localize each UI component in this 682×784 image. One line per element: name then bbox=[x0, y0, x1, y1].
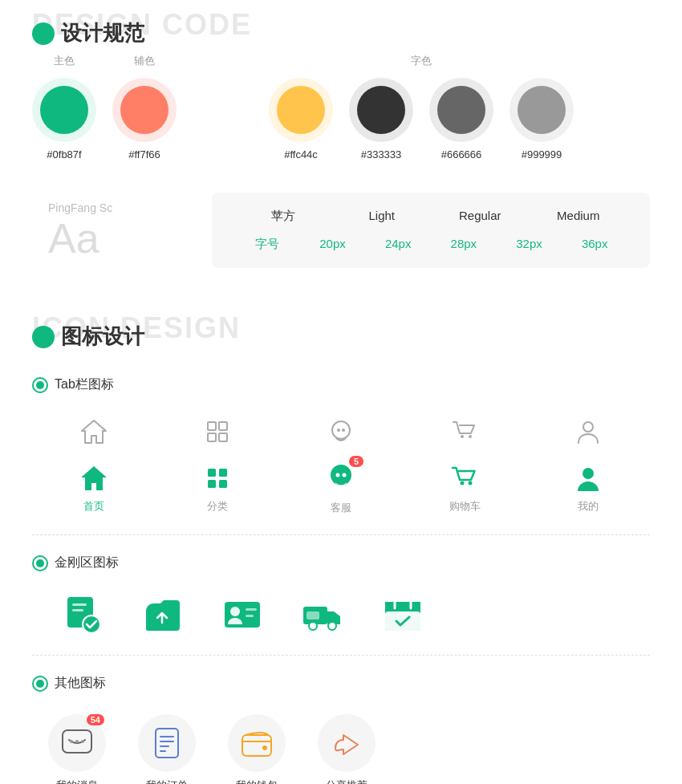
profile-icon-inactive bbox=[572, 416, 604, 448]
svg-point-5 bbox=[337, 429, 340, 432]
message-badge-wrap: 54 bbox=[59, 724, 95, 762]
svg-point-7 bbox=[461, 435, 464, 438]
diamond-radio bbox=[32, 555, 48, 571]
diamond-category: 金刚区图标 bbox=[32, 554, 650, 648]
design-code-body: 主色 #0fb87f 辅色 #ff7f66 字色 bbox=[0, 54, 682, 290]
tab-icons-inactive-row bbox=[32, 409, 650, 454]
tab-bar-label: Tab栏图标 bbox=[55, 376, 114, 393]
color-item-1: #ff7f66 bbox=[112, 78, 177, 160]
tab-icons-active-row: 首页 分类 bbox=[32, 454, 650, 522]
svg-rect-1 bbox=[219, 422, 227, 430]
tab-profile-active: 我的 bbox=[556, 462, 620, 514]
svg-rect-13 bbox=[219, 480, 227, 488]
order-icon bbox=[149, 725, 185, 761]
tab-home-active: 首页 bbox=[62, 462, 126, 514]
svg-point-51 bbox=[262, 745, 267, 750]
tab-service-inactive bbox=[309, 416, 373, 448]
svg-rect-3 bbox=[219, 433, 227, 441]
svg-point-44 bbox=[81, 740, 84, 743]
icon-section-body: Tab栏图标 bbox=[0, 376, 682, 784]
tab-profile-label: 我的 bbox=[578, 499, 599, 514]
tab-bar-radio bbox=[32, 377, 48, 393]
font-name: PingFang Sc bbox=[48, 201, 112, 214]
home-icon-active bbox=[78, 462, 110, 494]
diamond-checklist bbox=[58, 594, 106, 636]
category-icon-active bbox=[201, 462, 233, 494]
divider-2 bbox=[32, 655, 650, 656]
service-icon-inactive bbox=[325, 416, 357, 448]
typo-val-1: 24px bbox=[365, 237, 431, 252]
svg-rect-22 bbox=[72, 609, 83, 611]
svg-point-8 bbox=[469, 435, 472, 438]
typo-values-row: 字号 20px 24px 28px 32px 36px bbox=[234, 237, 627, 252]
other-radio bbox=[32, 676, 48, 692]
other-order: 我的订单 bbox=[135, 714, 199, 784]
svg-point-42 bbox=[70, 740, 73, 743]
diamond-upload bbox=[138, 594, 186, 636]
other-wallet: 我的钱包 bbox=[225, 714, 289, 784]
svg-rect-45 bbox=[156, 729, 178, 758]
other-share: 分享推荐 bbox=[315, 714, 379, 784]
svg-point-18 bbox=[469, 481, 473, 485]
other-label: 其他图标 bbox=[55, 675, 106, 692]
main-color-label: 主色 bbox=[54, 54, 75, 68]
svg-point-19 bbox=[583, 468, 594, 479]
color-item-5: #999999 bbox=[509, 78, 574, 160]
share-label: 分享推荐 bbox=[326, 778, 367, 784]
svg-rect-50 bbox=[242, 735, 271, 756]
svg-rect-40 bbox=[385, 611, 420, 631]
home-icon-inactive bbox=[78, 416, 110, 448]
svg-point-30 bbox=[309, 622, 317, 630]
svg-point-17 bbox=[461, 481, 465, 485]
color-item-3: #333333 bbox=[349, 78, 413, 160]
wallet-icon bbox=[239, 725, 274, 761]
tab-home-label: 首页 bbox=[83, 499, 104, 514]
design-code-header: DESIGN CODE 设计规范 bbox=[0, 0, 682, 54]
tab-cart-inactive bbox=[432, 416, 497, 448]
svg-rect-0 bbox=[208, 422, 216, 430]
svg-point-15 bbox=[336, 473, 340, 477]
tab-service-active: 5 客服 bbox=[309, 461, 373, 515]
design-code-dot bbox=[32, 22, 55, 45]
colors-row: 主色 #0fb87f 辅色 #ff7f66 字色 bbox=[32, 54, 650, 160]
category-icon-inactive bbox=[201, 416, 233, 448]
tab-category-active: 分类 bbox=[185, 462, 250, 514]
profile-icon-active bbox=[572, 462, 604, 494]
svg-point-31 bbox=[328, 622, 336, 630]
message-badge: 54 bbox=[87, 714, 104, 725]
diamond-icons-row bbox=[32, 587, 650, 642]
color-item-2: #ffc44c bbox=[269, 78, 333, 160]
svg-point-16 bbox=[343, 473, 347, 477]
svg-rect-21 bbox=[72, 603, 87, 606]
tab-profile-inactive bbox=[556, 416, 620, 448]
order-label: 我的订单 bbox=[146, 778, 188, 784]
tab-cart-active: 购物车 bbox=[432, 462, 497, 514]
svg-rect-12 bbox=[208, 480, 216, 488]
svg-rect-10 bbox=[208, 469, 216, 477]
font-color-label: 字色 bbox=[411, 54, 432, 68]
message-circle: 54 bbox=[48, 714, 106, 772]
typo-val-4: 36px bbox=[562, 237, 627, 252]
other-icons-row: 54 我的消息 我的订单 bbox=[32, 708, 650, 784]
diamond-delivery bbox=[298, 594, 347, 636]
icon-design-dot bbox=[32, 326, 55, 348]
message-label: 我的消息 bbox=[56, 778, 98, 784]
typo-col-0: 苹方 bbox=[234, 209, 333, 224]
user-card-icon bbox=[221, 594, 263, 636]
typo-val-3: 32px bbox=[497, 237, 562, 252]
tab-service-label: 客服 bbox=[331, 501, 351, 515]
svg-rect-28 bbox=[246, 615, 254, 617]
order-circle bbox=[138, 714, 196, 772]
svg-point-6 bbox=[342, 429, 345, 432]
tab-bar-title-row: Tab栏图标 bbox=[32, 376, 650, 393]
typo-col-2: Regular bbox=[431, 209, 530, 224]
color-hex-5: #999999 bbox=[522, 148, 562, 160]
tab-cart-label: 购物车 bbox=[449, 499, 481, 514]
typo-val-2: 28px bbox=[431, 237, 497, 252]
cart-icon-active bbox=[449, 462, 481, 494]
checklist-icon bbox=[61, 594, 103, 636]
svg-point-14 bbox=[331, 465, 351, 485]
calendar-icon bbox=[382, 594, 424, 636]
svg-rect-32 bbox=[306, 611, 319, 619]
diamond-calendar bbox=[379, 594, 427, 636]
